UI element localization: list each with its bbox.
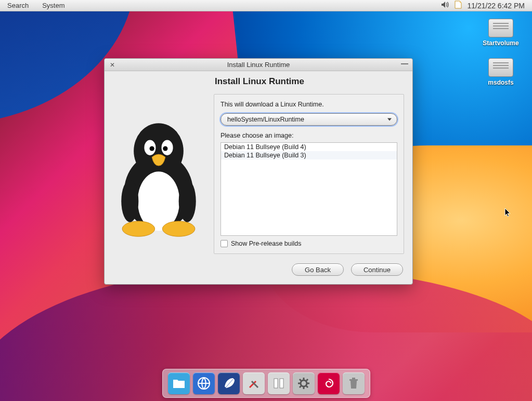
svg-point-10: [179, 180, 196, 222]
combo-value: helloSystem/LinuxRuntime: [227, 116, 304, 123]
dialog-panel: This will download a Linux Runtime. hell…: [214, 94, 404, 254]
dock-app-debian[interactable]: [318, 372, 340, 394]
dock-app-tasks[interactable]: [268, 372, 290, 394]
image-listbox[interactable]: Debian 11 Bullseye (Build 4) Debian 11 B…: [220, 142, 397, 236]
drive-icon: [488, 58, 513, 77]
svg-rect-15: [349, 379, 358, 381]
tux-icon: [111, 76, 206, 269]
continue-button[interactable]: Continue: [351, 263, 403, 276]
cursor-icon: [504, 208, 512, 218]
dialog-info-text: This will download a Linux Runtime.: [220, 101, 397, 108]
window-title: Install Linux Runtime: [105, 61, 412, 69]
menu-search[interactable]: Search: [7, 2, 29, 9]
checkbox[interactable]: [220, 240, 228, 247]
menubar: Search System 11/21/22 6:42 PM: [0, 0, 532, 11]
minimize-icon[interactable]: [401, 63, 408, 64]
desktop-icon-label: msdosfs: [488, 79, 513, 86]
svg-point-14: [301, 380, 307, 386]
desktop-icon-label: Startvolume: [483, 39, 518, 47]
note-icon[interactable]: [455, 1, 462, 10]
menu-system[interactable]: System: [42, 2, 64, 9]
runtime-source-combo[interactable]: helloSystem/LinuxRuntime: [220, 113, 397, 126]
choose-image-label: Please choose an image:: [220, 132, 397, 139]
svg-point-5: [150, 146, 154, 151]
desktop-icon-msdosfs[interactable]: msdosfs: [478, 58, 524, 86]
dock-app-settings[interactable]: [293, 372, 315, 394]
svg-rect-12: [274, 379, 278, 388]
dialog-heading: Install Linux Runtime: [215, 76, 404, 87]
desktop-icons: Startvolume msdosfs: [478, 19, 524, 86]
show-prerelease-label: Show Pre-release builds: [231, 240, 302, 247]
svg-point-1: [134, 123, 184, 179]
desktop-icon-startvolume[interactable]: Startvolume: [478, 19, 524, 47]
chevron-down-icon: [387, 118, 392, 121]
dock-app-trash[interactable]: [343, 372, 365, 394]
volume-icon[interactable]: [441, 1, 449, 10]
svg-point-8: [162, 221, 195, 236]
dock-app-editor[interactable]: [218, 372, 240, 394]
close-icon[interactable]: ✕: [109, 61, 116, 69]
dock-app-tools[interactable]: [243, 372, 265, 394]
go-back-button[interactable]: Go Back: [292, 263, 344, 276]
svg-point-6: [163, 146, 167, 151]
dock: [162, 369, 370, 398]
svg-point-7: [122, 221, 155, 236]
drive-icon: [488, 19, 513, 37]
show-prerelease-row[interactable]: Show Pre-release builds: [220, 240, 397, 247]
svg-point-9: [121, 180, 138, 222]
list-item[interactable]: Debian 11 Bullseye (Build 3): [221, 151, 397, 159]
dock-app-browser[interactable]: [193, 372, 215, 394]
install-linux-runtime-window: ✕ Install Linux Runtime Install Lin: [104, 58, 413, 285]
window-titlebar[interactable]: ✕ Install Linux Runtime: [105, 59, 412, 71]
svg-rect-13: [280, 379, 283, 388]
svg-rect-16: [352, 378, 355, 379]
menubar-clock[interactable]: 11/21/22 6:42 PM: [467, 2, 525, 10]
list-item[interactable]: Debian 11 Bullseye (Build 4): [221, 143, 397, 151]
dock-app-files[interactable]: [168, 372, 190, 394]
